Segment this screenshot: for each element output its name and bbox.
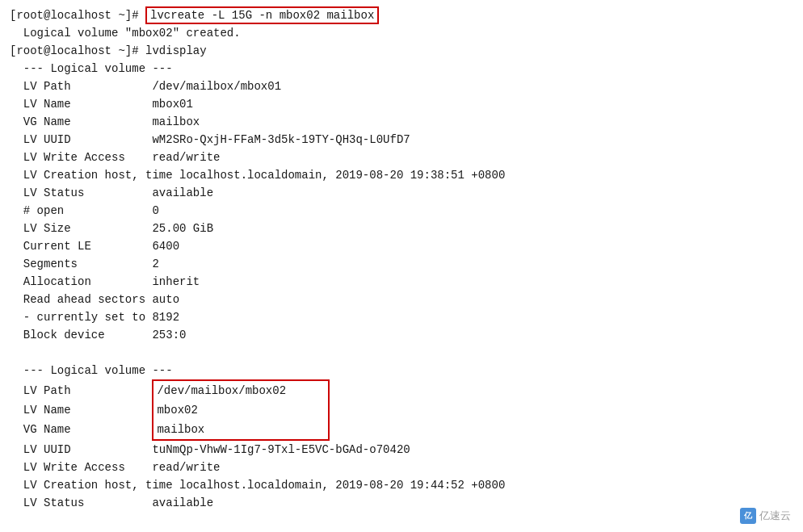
- logo-icon: 亿: [740, 508, 756, 524]
- prompt: [root@localhost ~]#: [10, 9, 145, 22]
- terminal-line: --- Logical volume ---: [10, 362, 793, 379]
- highlight-name2: mbox02: [152, 400, 330, 420]
- terminal-line: - currently set to 8192: [10, 308, 793, 326]
- terminal-line: LV Creation host, time localhost.localdo…: [10, 166, 793, 184]
- watermark: 亿 亿速云: [740, 508, 791, 524]
- highlight-path2: /dev/mailbox/mbox02: [152, 379, 330, 400]
- terminal-line: LV Status available: [10, 494, 793, 512]
- terminal-line: Read ahead sectors auto: [10, 291, 793, 308]
- watermark-logo: 亿 亿速云: [740, 508, 791, 524]
- terminal-line: [root@localhost ~]# lvcreate -L 15G -n m…: [10, 6, 793, 24]
- terminal-line: LV UUID wM2SRo-QxjH-FFaM-3d5k-19TY-QH3q-…: [10, 131, 793, 149]
- terminal-line: Allocation inherit: [10, 273, 793, 291]
- terminal-line: Current LE 6400: [10, 237, 793, 255]
- watermark-text: 亿速云: [759, 509, 791, 523]
- terminal-line: Block device 253:0: [10, 326, 793, 344]
- terminal-line: LV Write Access read/write: [10, 149, 793, 166]
- terminal-line: [10, 344, 793, 362]
- terminal-line: Segments 2: [10, 255, 793, 273]
- terminal-line-lv-path2: LV Path /dev/mailbox/mbox02: [10, 379, 793, 400]
- terminal-line: Logical volume "mbox02" created.: [10, 24, 793, 42]
- highlight-vgname2: mailbox: [152, 420, 330, 441]
- terminal-line: LV Path /dev/mailbox/mbox01: [10, 77, 793, 95]
- terminal-line-lv-name2: LV Name mbox02: [10, 400, 793, 420]
- terminal-line: LV Name mbox01: [10, 95, 793, 113]
- terminal-line: LV Status available: [10, 184, 793, 202]
- terminal-line: LV Size 25.00 GiB: [10, 220, 793, 237]
- command-highlight: lvcreate -L 15G -n mbox02 mailbox: [145, 6, 379, 24]
- terminal-line-vg-name2: VG Name mailbox: [10, 420, 793, 441]
- terminal-line: --- Logical volume ---: [10, 60, 793, 77]
- terminal-line: # open 0: [10, 202, 793, 220]
- terminal-line: LV Creation host, time localhost.localdo…: [10, 476, 793, 494]
- terminal-line: [root@localhost ~]# lvdisplay: [10, 42, 793, 60]
- terminal-line: LV UUID tuNmQp-VhwW-1Ig7-9Txl-E5VC-bGAd-…: [10, 441, 793, 459]
- terminal: [root@localhost ~]# lvcreate -L 15G -n m…: [0, 0, 803, 532]
- terminal-line: LV Write Access read/write: [10, 459, 793, 476]
- terminal-line: VG Name mailbox: [10, 113, 793, 131]
